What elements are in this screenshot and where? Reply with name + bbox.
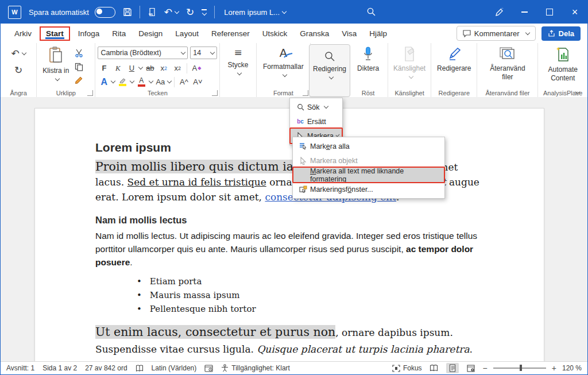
group-urklipp: Klistra in Urklipp [37,43,95,97]
menu-item-ersatt[interactable]: bc Ersätt [290,114,342,129]
titlebar-divider [140,6,140,18]
tab-visa[interactable]: Visa [336,26,362,41]
paragraph-button[interactable]: ≡ Stycke [225,45,252,76]
zoom-slider-handle[interactable] [520,365,522,371]
paste-button[interactable]: Klistra in [39,45,72,82]
change-case-button[interactable]: Aa [154,76,167,87]
editing-button[interactable]: Redigering [309,44,350,97]
zoom-out-button[interactable]: − [483,364,488,373]
print-layout-button[interactable] [446,363,459,373]
format-painter-icon[interactable] [72,75,85,86]
subscript-button[interactable]: x2 [157,63,170,74]
tab-referenser[interactable]: Referenser [206,26,256,41]
font-name-select[interactable]: Cambria (Brödtext) [98,47,188,59]
comments-button[interactable]: Kommentarer [457,26,536,41]
document-page[interactable]: Lorem ipsum Proin mollis libero quis dic… [34,108,544,363]
tab-arkiv[interactable]: Arkiv [9,26,37,41]
font-dialog-launcher[interactable] [212,90,218,96]
close-button[interactable]: × [562,1,587,24]
strikethrough-button[interactable]: ab [144,63,156,74]
underline-button[interactable]: U [125,63,138,74]
share-icon [548,30,555,37]
text-effects-button[interactable]: A [98,76,110,87]
ink-pen-icon[interactable] [486,1,512,24]
copy-icon[interactable] [72,61,85,72]
highlight-color-button[interactable] [116,76,129,87]
redo-ribbon-button[interactable]: ↻ [14,64,22,76]
tab-rita[interactable]: Rita [106,26,131,41]
superscript-button[interactable]: x2 [171,63,184,74]
reuse-files-button[interactable]: Återanvändfiler [486,45,528,83]
redo-button[interactable]: ↻ [186,7,194,17]
autosave-toggle[interactable] [95,7,115,18]
cut-icon[interactable] [72,48,85,59]
tab-hjalp[interactable]: Hjälp [363,26,393,41]
styles-dialog-launcher[interactable] [303,90,308,96]
group-kanslighet: Känslighet Känslighet [388,43,431,97]
share-button[interactable]: Dela [541,26,581,41]
proofing-book-icon[interactable] [136,365,144,372]
tab-utskick[interactable]: Utskick [257,26,293,41]
menu-item-markera-alla[interactable]: Markera alla [293,139,444,153]
replace-menu-icon: bc [293,118,307,125]
select-objects-icon [296,157,310,165]
autosave-label: Spara automatiskt [29,8,89,17]
doc-heading-2: Nam id mollis lectus [95,215,481,226]
language-indicator[interactable]: Latin (Världen) [152,364,197,372]
page-indicator[interactable]: Sida 1 av 2 [42,364,77,372]
menu-item-markera-liknande-formatering[interactable]: Markera all text med liknande formaterin… [293,168,444,182]
editor-button[interactable]: Redigerare [434,45,474,74]
print-preview-icon[interactable] [148,7,157,17]
underline-chevron-icon[interactable] [138,65,143,69]
dictate-button[interactable]: Diktera [354,45,382,74]
ribbon: ↶ ↻ Ångra Klistra in Urklipp [1,43,587,98]
font-size-select[interactable]: 14 [190,47,217,59]
group-rost: Diktera Röst [349,43,388,97]
italic-button[interactable]: K [111,63,124,74]
editing-search-icon [324,51,335,62]
search-icon[interactable] [366,7,376,17]
tab-design[interactable]: Design [133,26,168,41]
zoom-in-button[interactable]: + [552,364,556,373]
ribbon-tab-row: Arkiv Start Infoga Rita Design Layout Re… [1,24,587,43]
undo-ribbon-button[interactable]: ↶ [11,48,26,59]
menu-item-sok[interactable]: Sök [290,100,342,114]
sensitivity-button[interactable]: Känslighet [390,45,429,79]
undo-button[interactable]: ↶ [164,7,179,17]
select-all-icon [296,142,310,150]
save-icon[interactable] [123,7,132,17]
group-angra: ↶ ↻ Ångra [1,43,37,97]
styles-button[interactable]: A Formatmallar [260,45,307,78]
clear-formatting-button[interactable]: A◆ [190,63,203,74]
autosave-toggle-knob [96,9,102,14]
shrink-font-button[interactable]: A˅ [191,76,204,87]
automate-content-icon [556,47,570,63]
tab-layout[interactable]: Layout [169,26,204,41]
font-color-button[interactable]: A [135,76,148,87]
accessibility-status[interactable]: Tillgänglighet: Klart [221,364,290,372]
status-bar: Avsnitt: 1 Sida 1 av 2 27 av 842 ord Lat… [1,361,587,374]
zoom-slider[interactable] [493,368,546,369]
menu-item-markeringsfonster[interactable]: Markeringsfönster... [293,182,444,196]
document-title[interactable]: Lorem ipsum L... [224,8,286,17]
word-count[interactable]: 27 av 842 ord [85,364,127,372]
section-indicator[interactable]: Avsnitt: 1 [6,364,34,372]
quick-access-chevron-icon[interactable] [202,9,207,14]
zoom-level[interactable]: 120 % [562,364,582,372]
focus-icon [392,365,400,372]
automate-content-button[interactable]: AutomateContent [545,45,581,84]
web-layout-button[interactable] [465,363,477,373]
maximize-button[interactable] [537,1,562,24]
tab-start[interactable]: Start [40,26,70,41]
grow-font-button[interactable]: A^ [177,76,190,87]
read-mode-button[interactable] [428,363,440,373]
clipboard-dialog-launcher[interactable] [87,90,93,96]
word-window: W Spara automatiskt ↶ ↻ Lorem ipsum L...… [0,0,588,375]
undo-chevron-icon[interactable] [175,9,179,13]
tab-infoga[interactable]: Infoga [72,26,106,41]
bold-button[interactable]: F [98,63,110,74]
minimize-button[interactable] [512,1,537,24]
tab-granska[interactable]: Granska [294,26,335,41]
track-changes-icon[interactable] [204,365,213,372]
focus-button[interactable]: Fokus [392,364,422,372]
